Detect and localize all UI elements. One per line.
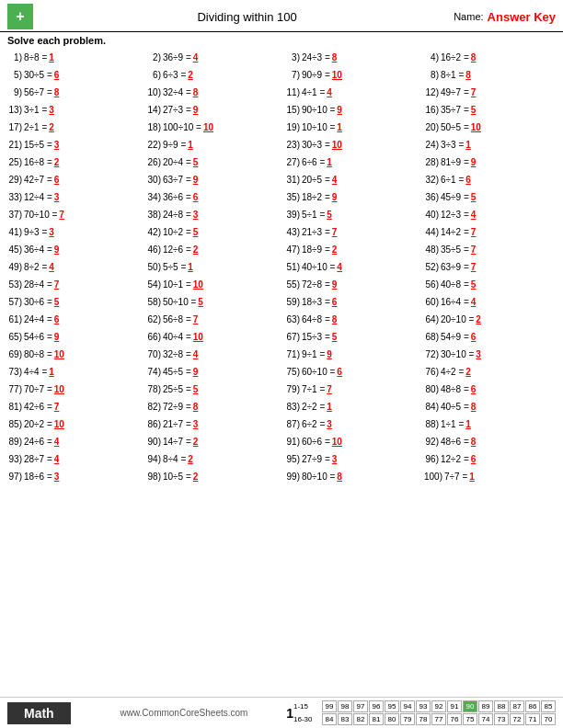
problem-item: 12)49÷7 =7 (420, 84, 559, 101)
problem-number: 7) (285, 68, 300, 82)
problem-expression: 9÷1 = (302, 347, 325, 361)
problem-expression: 24÷8 = (163, 208, 191, 222)
problem-item: 95)27÷9 =3 (282, 450, 420, 468)
problem-answer: 4 (471, 208, 477, 222)
problem-answer: 10 (54, 382, 64, 396)
problem-item: 61)24÷4 =6 (4, 311, 143, 328)
problem-number: 99) (285, 470, 300, 483)
problem-number: 64) (424, 313, 439, 326)
footer-page: 1 (286, 706, 293, 721)
problem-item: 89)24÷6 =4 (4, 433, 143, 450)
problem-expression: 50÷10 = (163, 295, 196, 309)
problem-number: 3) (285, 51, 300, 64)
problem-expression: 7÷1 = (302, 382, 325, 396)
footer: Math www.CommonCoreSheets.com 1 1-159998… (0, 697, 563, 728)
problem-number: 97) (7, 470, 22, 483)
problem-expression: 40÷10 = (302, 260, 335, 274)
problem-item: 27)6÷6 =1 (282, 154, 420, 171)
problem-expression: 6÷3 = (163, 68, 186, 82)
problem-item: 78)25÷5 =5 (143, 381, 282, 398)
problem-answer: 10 (332, 68, 342, 82)
problem-expression: 81÷9 = (441, 155, 469, 169)
problem-item: 70)32÷8 =4 (143, 346, 282, 363)
problem-answer: 2 (332, 243, 338, 256)
problem-item: 39)5÷1 =5 (282, 206, 420, 223)
problem-number: 34) (146, 190, 161, 204)
problem-number: 1) (7, 51, 22, 64)
problem-expression: 40÷8 = (441, 278, 469, 291)
problem-item: 46)12÷6 =2 (143, 241, 282, 258)
problem-answer: 5 (193, 382, 199, 396)
problem-expression: 12÷4 = (24, 190, 52, 204)
problem-number: 2) (146, 51, 161, 64)
problem-number: 79) (285, 382, 300, 396)
problem-number: 96) (424, 452, 439, 466)
problem-item: 88)1÷1 =1 (420, 415, 559, 433)
problem-expression: 100÷10 = (163, 120, 201, 134)
problem-expression: 45÷9 = (441, 190, 469, 204)
problem-number: 9) (7, 85, 22, 99)
problem-answer: 10 (332, 138, 342, 152)
problem-expression: 40÷5 = (441, 400, 469, 414)
problem-expression: 18÷3 = (302, 295, 330, 309)
problem-item: 34)36÷6 =6 (143, 188, 282, 206)
problem-answer: 2 (476, 313, 481, 326)
problem-item: 23)30÷3 =10 (282, 136, 420, 154)
problem-answer: 8 (471, 51, 477, 64)
problem-answer: 4 (54, 435, 60, 449)
problem-answer: 8 (465, 68, 471, 82)
problem-number: 57) (7, 295, 22, 309)
problem-answer: 9 (327, 347, 332, 361)
problem-answer: 5 (327, 208, 332, 222)
problem-answer: 7 (54, 278, 60, 291)
problem-item: 92)48÷6 =8 (420, 433, 559, 450)
problem-answer: 2 (193, 435, 199, 449)
score-cell: 93 (416, 700, 431, 712)
problem-item: 10)32÷4 =8 (143, 84, 282, 101)
problem-item: 58)50÷10 =5 (143, 293, 282, 311)
score-cell: 74 (478, 713, 493, 725)
problem-number: 35) (285, 190, 300, 204)
problem-answer: 3 (49, 225, 54, 239)
problem-number: 29) (7, 173, 22, 187)
problem-answer: 7 (327, 382, 332, 396)
problem-answer: 7 (471, 225, 477, 239)
problem-expression: 4÷1 = (302, 85, 325, 99)
problem-item: 91)60÷6 =10 (282, 433, 420, 450)
problem-answer: 10 (54, 417, 64, 431)
problem-item: 28)81÷9 =9 (420, 154, 559, 171)
problem-item: 3)24÷3 =8 (282, 49, 420, 66)
problem-answer: 5 (471, 103, 477, 117)
problem-item: 85)20÷2 =10 (4, 415, 143, 433)
problem-answer: 3 (193, 208, 199, 222)
problem-item: 54)10÷1 =10 (143, 276, 282, 293)
problem-item: 44)14÷2 =7 (420, 223, 559, 241)
problem-item: 59)18÷3 =6 (282, 293, 420, 311)
problem-expression: 48÷8 = (441, 382, 469, 396)
problem-expression: 6÷6 = (302, 155, 325, 169)
problem-item: 17)2÷1 =2 (4, 119, 143, 136)
header: + Dividing within 100 Name: Answer Key (0, 0, 563, 32)
problem-answer: 6 (332, 295, 338, 309)
problem-expression: 24÷4 = (24, 313, 52, 326)
score-cell: 83 (338, 713, 352, 725)
problem-number: 90) (146, 435, 161, 449)
problem-number: 15) (285, 103, 300, 117)
score-range-label: 16-30 (293, 715, 319, 723)
problem-answer: 1 (188, 138, 193, 152)
problem-expression: 32÷4 = (163, 85, 191, 99)
problem-expression: 5÷1 = (302, 208, 325, 222)
problem-number: 21) (7, 138, 22, 152)
problem-item: 7)90÷9 =10 (282, 66, 420, 84)
problem-expression: 14÷7 = (163, 435, 191, 449)
problem-answer: 2 (49, 120, 54, 134)
problem-item: 26)20÷4 =5 (143, 154, 282, 171)
problem-expression: 90÷10 = (302, 103, 335, 117)
problem-number: 74) (146, 365, 161, 379)
score-cell: 76 (447, 713, 462, 725)
problem-item: 79)7÷1 =7 (282, 381, 420, 398)
score-row: 16-30848382818079787776757473727170 (293, 713, 556, 725)
problem-number: 14) (146, 103, 161, 117)
problem-answer: 8 (471, 400, 477, 414)
footer-main: Math www.CommonCoreSheets.com 1 1-159998… (0, 698, 563, 728)
